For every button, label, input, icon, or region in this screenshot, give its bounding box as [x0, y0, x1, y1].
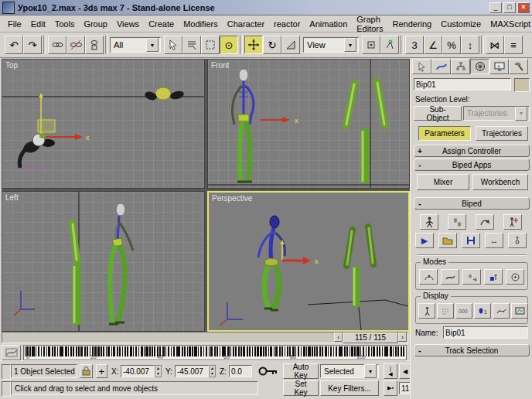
menu-maxscript[interactable]: MAXScript	[486, 18, 532, 30]
workbench-button[interactable]: Workbench	[472, 174, 528, 190]
z-coordinate-field[interactable]	[229, 365, 252, 377]
rectangular-selection-region-button[interactable]	[201, 36, 220, 54]
y-spinner[interactable]: ▲▼	[209, 365, 216, 377]
tab-hierarchy[interactable]	[451, 59, 470, 74]
keyframes[interactable]	[25, 346, 405, 356]
menu-modifiers[interactable]: Modifiers	[179, 18, 223, 30]
rollout-biped[interactable]: - Biped	[414, 197, 530, 210]
menu-graph-editors[interactable]: Graph Editors	[352, 13, 387, 35]
select-and-scale-button[interactable]	[281, 36, 300, 54]
open-mini-curve-editor-button[interactable]	[2, 345, 21, 360]
percent-snap-button[interactable]: %	[442, 36, 461, 54]
next-frame-arrow[interactable]: ›	[398, 332, 407, 342]
key-filter-mode-dropdown[interactable]: Selected ▼	[320, 364, 379, 378]
select-object-button[interactable]	[164, 36, 182, 54]
menu-character[interactable]: Character	[223, 18, 269, 30]
menu-reactor[interactable]: reactor	[269, 18, 305, 30]
buffer-mode-button[interactable]	[419, 269, 438, 285]
viewport-perspective[interactable]: Perspective x	[207, 191, 410, 332]
mirror-button[interactable]: ⋈	[486, 36, 504, 54]
redo-button[interactable]: ↷	[23, 36, 42, 54]
tab-display[interactable]: A	[489, 59, 509, 74]
bind-to-space-warp-button[interactable]	[85, 36, 104, 54]
viewport-left[interactable]: Left	[2, 191, 205, 332]
footstep-mode-button[interactable]	[448, 214, 466, 230]
selection-lock-toggle[interactable]	[80, 364, 93, 378]
show-bones-button[interactable]	[437, 303, 454, 319]
rubber-band-mode-button[interactable]	[441, 269, 459, 285]
unlink-button[interactable]	[66, 36, 85, 54]
snap-toggle-button[interactable]: 3	[405, 36, 424, 54]
maximize-button[interactable]: □	[503, 2, 516, 13]
biped-name-field[interactable]	[443, 326, 528, 339]
track-bar[interactable]: 0 20 40 60 80 100	[2, 345, 408, 360]
rollout-assign-controller[interactable]: + Assign Controller	[414, 145, 530, 157]
y-coordinate-field[interactable]	[175, 365, 209, 377]
x-spinner[interactable]: ▲▼	[155, 365, 162, 377]
load-file-button[interactable]	[438, 233, 457, 248]
menu-customize[interactable]: Customize	[436, 18, 486, 30]
menu-animation[interactable]: Animation	[305, 18, 352, 30]
move-all-mode-flyout-button[interactable]	[508, 233, 527, 248]
rollout-biped-apps[interactable]: - Biped Apps	[414, 159, 530, 171]
show-footsteps-button[interactable]: 000	[455, 303, 472, 319]
use-pivot-center-button[interactable]	[362, 36, 380, 54]
biped-playback-button[interactable]: ▶	[415, 233, 434, 248]
tab-utilities[interactable]	[509, 59, 528, 74]
close-button[interactable]: ×	[517, 2, 530, 13]
select-and-move-button[interactable]	[244, 36, 263, 54]
selection-filter-dropdown[interactable]: All ▼	[110, 37, 161, 53]
menu-views[interactable]: Views	[112, 18, 144, 30]
figure-mode-button[interactable]	[420, 214, 438, 230]
previous-frame-arrow[interactable]: ‹	[334, 332, 343, 342]
tab-motion[interactable]	[470, 59, 489, 74]
select-by-name-button[interactable]	[182, 36, 201, 54]
viewport-top[interactable]: Top x	[2, 59, 205, 189]
absolute-offset-toggle[interactable]: +	[96, 364, 107, 378]
scale-stride-mode-button[interactable]	[462, 269, 481, 285]
menu-file[interactable]: File	[3, 18, 26, 30]
menu-group[interactable]: Group	[79, 18, 112, 30]
rollout-track-selection[interactable]: - Track Selection	[414, 344, 530, 356]
angle-snap-button[interactable]: ∠	[424, 36, 442, 54]
menu-rendering[interactable]: Rendering	[387, 18, 436, 30]
x-coordinate-field[interactable]	[121, 365, 155, 377]
show-objects-button[interactable]	[418, 303, 435, 319]
time-slider[interactable]: ‹ 115 / 115 ›	[2, 332, 408, 343]
key-mode-toggle[interactable]: ▶▪	[384, 380, 397, 396]
go-to-start-button[interactable]: |◀	[384, 363, 397, 379]
menu-edit[interactable]: Edit	[26, 18, 50, 30]
save-file-button[interactable]	[462, 233, 480, 248]
coordinate-system-dropdown[interactable]: View ▼	[303, 37, 359, 53]
set-keys-icon[interactable]	[258, 366, 278, 377]
in-place-mode-button[interactable]	[484, 269, 503, 285]
show-trajectories-button[interactable]	[493, 303, 510, 319]
move-all-mode-button[interactable]	[503, 214, 522, 230]
in-place-mode-flyout[interactable]	[506, 269, 524, 285]
object-name-field[interactable]	[414, 78, 511, 90]
show-footstep-numbers-button[interactable]: 1	[474, 303, 491, 319]
parameters-mode-button[interactable]: Parameters	[418, 126, 471, 141]
minimize-button[interactable]: _	[489, 2, 502, 13]
spinner-snap-button[interactable]: ↕	[461, 36, 479, 54]
viewport-front[interactable]: Front x	[207, 59, 410, 189]
time-slider-handle[interactable]: ‹ 115 / 115 ›	[334, 332, 407, 342]
window-crossing-toggle[interactable]: ⊙	[220, 36, 238, 54]
auto-key-button[interactable]: Auto Key	[283, 363, 319, 379]
tab-modify[interactable]	[431, 59, 451, 74]
display-preferences-button[interactable]	[511, 303, 528, 319]
key-filters-button[interactable]: Key Filters...	[320, 380, 379, 396]
undo-button[interactable]: ↶	[5, 36, 23, 54]
select-and-manipulate-button[interactable]	[380, 36, 399, 54]
menu-create[interactable]: Create	[144, 18, 179, 30]
keyframe-strip[interactable]: 0 20 40 60 80 100	[23, 345, 407, 360]
menu-tools[interactable]: Tools	[50, 18, 80, 30]
trajectories-mode-button[interactable]: Trajectories	[476, 126, 528, 141]
align-button[interactable]: ≡	[504, 36, 523, 54]
select-and-link-button[interactable]	[48, 36, 66, 54]
select-and-rotate-button[interactable]: ↻	[263, 36, 281, 54]
set-key-button[interactable]: Set Key	[283, 380, 319, 396]
convert-button[interactable]: ↔	[485, 233, 503, 248]
object-color-swatch[interactable]	[514, 78, 530, 92]
motion-flow-mode-button[interactable]	[476, 214, 494, 230]
